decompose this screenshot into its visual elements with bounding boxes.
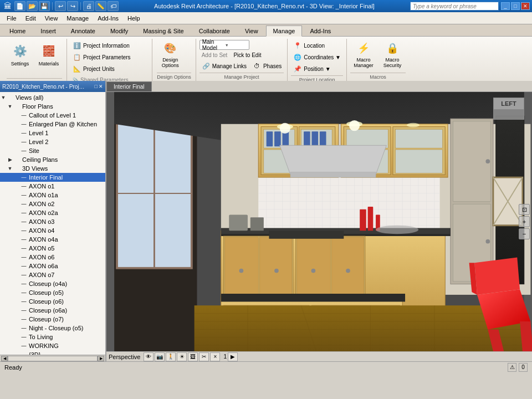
tab-insert[interactable]: Insert xyxy=(33,25,63,36)
design-options-large-button[interactable]: 🎨 DesignOptions xyxy=(157,40,183,69)
tree-item-axon-o6a[interactable]: —AXON o6a xyxy=(0,262,105,270)
search-box[interactable] xyxy=(410,2,499,11)
tree-item-axon-o5[interactable]: —AXON o5 xyxy=(0,244,105,253)
position-button[interactable]: 📌 Position ▼ xyxy=(291,63,332,74)
undo-button[interactable]: ↩ xyxy=(55,1,66,11)
search-input[interactable] xyxy=(413,3,490,9)
tree-item-interior-final[interactable]: —Interior Final xyxy=(0,173,105,182)
menu-view[interactable]: View xyxy=(40,12,63,24)
restore-button[interactable]: □ xyxy=(511,2,520,10)
tab-modify[interactable]: Modify xyxy=(103,25,135,36)
expander-3d-views[interactable]: ▼ xyxy=(7,165,13,172)
tree-item-level-1[interactable]: —Level 1 xyxy=(0,129,105,137)
print-button[interactable]: 🖨 xyxy=(83,1,94,11)
tree-item-closeup-o6[interactable]: —Closeup (o6) xyxy=(0,297,105,306)
camera-btn[interactable]: 📷 xyxy=(155,352,165,361)
tree-item-floor-plans[interactable]: ▼Floor Plans xyxy=(0,102,105,111)
tag-button[interactable]: 🏷 xyxy=(108,1,119,11)
tree-item-axon-o4a[interactable]: —AXON o4a xyxy=(0,235,105,244)
pb-tree[interactable]: ▼Views (all)▼Floor Plans—Callout of Leve… xyxy=(0,92,105,355)
close-button[interactable]: ✕ xyxy=(521,2,530,10)
tree-item-axon-o6[interactable]: —AXON o6 xyxy=(0,253,105,262)
expander-ceiling-plans[interactable]: ▶ xyxy=(7,156,13,163)
menu-addins[interactable]: Add-Ins xyxy=(93,12,123,24)
tree-item-views-all[interactable]: ▼Views (all) xyxy=(0,93,105,102)
pick-to-edit-button[interactable]: Pick to Edit xyxy=(231,51,263,59)
tree-item-axon-o2a[interactable]: —AXON o2a xyxy=(0,208,105,217)
macro-manager-button[interactable]: ⚡ MacroManager xyxy=(350,40,377,69)
tree-item-axon-o4[interactable]: —AXON o4 xyxy=(0,226,105,235)
project-params-button[interactable]: 📋 Project Parameters xyxy=(70,52,133,63)
tab-massing[interactable]: Massing & Site xyxy=(136,25,191,36)
sun-btn[interactable]: ☀ xyxy=(177,352,187,361)
tree-item-3d-views[interactable]: ▼3D Views xyxy=(0,164,105,173)
viewport-canvas[interactable]: LEFT ⊡ + − xyxy=(106,92,532,351)
tree-item-site[interactable]: —Site xyxy=(0,146,105,155)
macro-security-button[interactable]: 🔒 MacroSecurity xyxy=(379,40,406,69)
tab-collaborate[interactable]: Collaborate xyxy=(192,25,237,36)
minimize-button[interactable]: _ xyxy=(501,2,510,10)
coordinates-button[interactable]: 🌐 Coordinates ▼ xyxy=(291,52,343,63)
nav-btn[interactable]: ▶ xyxy=(228,352,238,361)
pb-scrollbar[interactable]: ◀ ▶ xyxy=(0,355,105,361)
tree-item-callout-l1[interactable]: —Callout of Level 1 xyxy=(0,111,105,120)
render-settings-btn[interactable]: 🖼 xyxy=(188,352,198,361)
project-units-button[interactable]: 📐 Project Units xyxy=(70,63,117,74)
measure-button[interactable]: 📏 xyxy=(95,1,106,11)
crop-btn[interactable]: ✂ xyxy=(199,352,209,361)
tree-item-axon-o7[interactable]: —AXON o7 xyxy=(0,270,105,279)
menu-help[interactable]: Help xyxy=(123,12,145,24)
new-button[interactable]: 📄 xyxy=(14,1,25,11)
menu-edit[interactable]: Edit xyxy=(21,12,40,24)
nav-cube[interactable]: LEFT xyxy=(493,98,526,131)
tree-item-closeup-o4a[interactable]: —Closeup (o4a) xyxy=(0,279,105,288)
tree-item-level-2[interactable]: —Level 2 xyxy=(0,137,105,146)
close-crop-btn[interactable]: × xyxy=(210,352,220,361)
menu-file[interactable]: File xyxy=(2,12,21,24)
manage-project-dropdown[interactable]: Main Model ▼ xyxy=(200,40,249,50)
tab-view[interactable]: View xyxy=(238,25,265,36)
save-button[interactable]: 💾 xyxy=(39,1,50,11)
viewport-tab-interior[interactable]: Interior Final xyxy=(106,81,152,91)
tree-item-closeup-o7[interactable]: —Closeup (o7) xyxy=(0,315,105,324)
expander-floor-plans[interactable]: ▼ xyxy=(7,103,13,110)
tree-item-axon-o3[interactable]: —AXON o3 xyxy=(0,217,105,226)
settings-large-button[interactable]: ⚙️ Settings xyxy=(7,40,33,69)
tree-item-working[interactable]: —WORKING xyxy=(0,341,105,350)
location-button[interactable]: 📍 Location xyxy=(291,40,327,51)
tree-item-axon-o1[interactable]: —AXON o1 xyxy=(0,182,105,191)
manage-links-button[interactable]: 🔗 Manage Links xyxy=(200,60,249,71)
nav-cube-face[interactable] xyxy=(493,110,524,120)
materials-large-button[interactable]: 🧱 Materials xyxy=(35,40,62,69)
pb-scroll-left[interactable]: ◀ xyxy=(1,356,8,361)
tab-extra[interactable] xyxy=(339,32,350,36)
tree-item-3d[interactable]: —{3D} xyxy=(0,350,105,355)
open-button[interactable]: 📂 xyxy=(27,1,38,11)
tab-manage[interactable]: Manage xyxy=(266,25,303,37)
walk-btn[interactable]: 🚶 xyxy=(166,352,176,361)
zoom-out-button[interactable]: − xyxy=(519,228,530,239)
tab-addins[interactable]: Add-Ins xyxy=(303,25,338,36)
expander-views-all[interactable]: ▼ xyxy=(0,94,7,101)
pb-scroll-track[interactable] xyxy=(8,356,98,361)
tree-item-closeup-o5[interactable]: —Closeup (o5) xyxy=(0,288,105,297)
zoom-extents-button[interactable]: ⊡ xyxy=(519,204,530,215)
tab-annotate[interactable]: Annotate xyxy=(64,25,103,36)
tree-item-closeup-o6a[interactable]: —Closeup (o6a) xyxy=(0,306,105,315)
status-icon-2[interactable]: 0 xyxy=(519,363,528,372)
tree-item-night-closeup[interactable]: —Night - Closeup (o5) xyxy=(0,324,105,332)
add-to-set-button[interactable]: Add to Set xyxy=(200,51,230,59)
phases-button[interactable]: ⏱ Phases xyxy=(250,60,284,71)
tree-item-axon-o1a[interactable]: —AXON o1a xyxy=(0,191,105,200)
app-icon[interactable]: 🏛 xyxy=(2,1,13,11)
menu-manage[interactable]: Manage xyxy=(62,12,93,24)
tree-item-to-living[interactable]: —To Living xyxy=(0,332,105,341)
tree-item-ceiling-plans[interactable]: ▶Ceiling Plans xyxy=(0,155,105,164)
tree-item-axon-o2[interactable]: —AXON o2 xyxy=(0,200,105,208)
redo-button[interactable]: ↪ xyxy=(67,1,78,11)
status-icon-1[interactable]: ⚠ xyxy=(508,363,516,372)
tree-item-enlarged-plan[interactable]: —Enlarged Plan @ Kitchen xyxy=(0,120,105,129)
nav-cube-label[interactable]: LEFT xyxy=(493,98,524,110)
project-info-button[interactable]: ℹ️ Project Information xyxy=(70,40,132,51)
tab-home[interactable]: Home xyxy=(2,25,33,36)
